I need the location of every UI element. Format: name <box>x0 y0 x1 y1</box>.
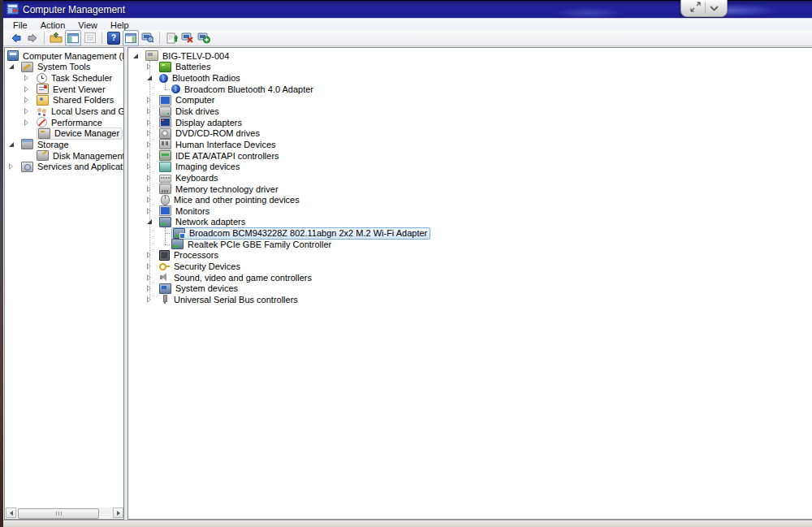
tree-item-label: Services and Applications <box>36 162 124 171</box>
toolbar-separator <box>44 32 45 44</box>
tree-item-disk-management[interactable]: Disk Management <box>5 150 123 162</box>
tree-branch-connector <box>164 227 171 239</box>
expander-expanded-icon[interactable] <box>145 218 153 226</box>
tree-item-mice[interactable]: Mice and other pointing devices <box>128 194 812 205</box>
tree-item-event-viewer[interactable]: Event Viewer <box>5 84 123 95</box>
scroll-right-button[interactable] <box>113 508 123 518</box>
tree-item-imaging-devices[interactable]: Imaging devices <box>128 161 812 172</box>
tree-item-memory-technology[interactable]: Memory technology driver <box>128 184 812 195</box>
expand-arrows-icon[interactable] <box>689 1 702 16</box>
expander-collapsed-icon[interactable] <box>145 162 153 171</box>
menu-view[interactable]: View <box>71 19 104 31</box>
usb-icon <box>159 295 170 304</box>
scrollbar-track[interactable] <box>16 508 113 518</box>
back-button[interactable] <box>9 31 24 45</box>
tree-item-task-scheduler[interactable]: Task Scheduler <box>5 72 123 84</box>
tree-item-system-tools[interactable]: System Tools <box>5 62 123 73</box>
task-scheduler-icon <box>37 73 47 84</box>
tree-item-computer-category[interactable]: Computer <box>128 95 812 106</box>
tree-item-processors[interactable]: Processors <box>128 250 812 261</box>
tree-item-dvd-cdrom[interactable]: DVD/CD-ROM drives <box>128 127 812 139</box>
ide-controller-icon <box>159 150 171 161</box>
tree-item-bluetooth-radios[interactable]: Bluetooth Radios <box>128 72 812 84</box>
expander-expanded-icon[interactable] <box>132 52 140 60</box>
tree-item-display-adapters[interactable]: Display adapters <box>128 117 812 128</box>
up-level-button[interactable] <box>49 31 63 45</box>
expander-collapsed-icon[interactable] <box>145 107 153 115</box>
tree-item-label: Imaging devices <box>174 162 242 171</box>
scan-hardware-changes-button[interactable] <box>197 31 211 45</box>
expander-collapsed-icon[interactable] <box>145 274 153 282</box>
expander-expanded-icon[interactable] <box>7 63 15 71</box>
expander-collapsed-icon[interactable] <box>145 63 153 71</box>
expander-collapsed-icon[interactable] <box>145 129 153 137</box>
expander-collapsed-icon[interactable] <box>145 251 153 259</box>
update-driver-button[interactable] <box>164 31 179 45</box>
expander-collapsed-icon[interactable] <box>145 262 153 270</box>
tree-item-shared-folders[interactable]: Shared Folders <box>5 95 123 106</box>
console-tree-toggle-button[interactable] <box>65 30 81 46</box>
action-pane-toggle-button[interactable] <box>123 30 139 46</box>
expander-expanded-icon[interactable] <box>7 140 15 149</box>
tree-item-human-interface-devices[interactable]: Human Interface Devices <box>128 139 812 150</box>
expander-collapsed-icon[interactable] <box>145 119 153 127</box>
tree-item-label: Keyboards <box>174 173 220 183</box>
expander-collapsed-icon[interactable] <box>145 196 153 204</box>
menu-help[interactable]: Help <box>104 19 136 31</box>
expander-collapsed-icon[interactable] <box>23 107 31 115</box>
expander-collapsed-icon[interactable] <box>145 284 153 292</box>
tree-item-disk-drives[interactable]: Disk drives <box>128 106 812 117</box>
expander-collapsed-icon[interactable] <box>23 85 31 93</box>
tree-item-realtek-controller[interactable]: Realtek PCIe GBE Family Controller <box>128 239 812 250</box>
tree-item-computer-name[interactable]: BIG-TELV-D-004 <box>128 50 812 62</box>
forward-button[interactable] <box>25 31 40 45</box>
tree-item-label: Computer Management (Local) <box>21 51 124 61</box>
expander-collapsed-icon[interactable] <box>145 96 153 104</box>
expander-collapsed-icon[interactable] <box>23 96 31 104</box>
tree-item-network-adapters[interactable]: Network adapters <box>128 217 812 228</box>
tree-item-system-devices[interactable]: System devices <box>128 283 812 294</box>
expander-collapsed-icon[interactable] <box>145 296 153 304</box>
uninstall-device-button[interactable] <box>180 31 195 45</box>
tree-item-label: Event Viewer <box>51 84 107 94</box>
help-button[interactable]: ? <box>106 31 121 45</box>
tree-item-local-users-groups[interactable]: Local Users and Groups <box>5 106 123 117</box>
scrollbar-thumb[interactable] <box>18 508 99 519</box>
tree-item-broadcom-bluetooth[interactable]: Broadcom Bluetooth 4.0 Adapter <box>128 84 812 95</box>
expander-collapsed-icon[interactable] <box>23 74 31 82</box>
imaging-device-icon <box>159 162 171 172</box>
tree-item-sound-controllers[interactable]: Sound, video and game controllers <box>128 272 812 283</box>
tree-item-storage[interactable]: Storage <box>5 139 123 150</box>
battery-icon <box>159 62 171 72</box>
expander-expanded-icon[interactable] <box>145 74 153 82</box>
thumb-grip <box>61 512 62 516</box>
tree-item-keyboards[interactable]: Keyboards <box>128 172 812 184</box>
properties-button[interactable] <box>83 31 97 45</box>
expander-collapsed-icon[interactable] <box>145 207 153 215</box>
left-arrow-icon <box>10 511 13 516</box>
tree-item-computer-management[interactable]: Computer Management (Local) <box>5 50 123 62</box>
tree-item-performance[interactable]: Performance <box>5 117 123 128</box>
expander-collapsed-icon[interactable] <box>7 162 15 171</box>
tree-item-monitors[interactable]: Monitors <box>128 205 812 217</box>
tree-item-broadcom-wifi-adapter[interactable]: Broadcom BCM943228Z 802.11abgn 2x2 M.2 W… <box>128 227 812 239</box>
expander-collapsed-icon[interactable] <box>23 119 31 127</box>
toolbar: ? <box>3 30 812 46</box>
tree-item-batteries[interactable]: Batteries <box>128 62 812 73</box>
horizontal-scrollbar[interactable] <box>6 508 123 518</box>
menu-action[interactable]: Action <box>34 19 72 31</box>
tree-item-label: System Tools <box>36 62 92 71</box>
scroll-left-button[interactable] <box>6 508 16 518</box>
scan-computer-button[interactable] <box>140 31 155 45</box>
expander-collapsed-icon[interactable] <box>145 140 153 149</box>
tree-item-device-manager[interactable]: Device Manager <box>5 127 123 139</box>
menu-file[interactable]: File <box>6 19 34 31</box>
tree-item-ide-controllers[interactable]: IDE ATA/ATAPI controllers <box>128 150 812 162</box>
expander-collapsed-icon[interactable] <box>145 185 153 193</box>
expander-collapsed-icon[interactable] <box>145 152 153 160</box>
tree-item-security-devices[interactable]: Security Devices <box>128 261 812 272</box>
expander-collapsed-icon[interactable] <box>145 174 153 182</box>
tree-item-usb-controllers[interactable]: Universal Serial Bus controllers <box>128 294 812 305</box>
tree-item-services-applications[interactable]: Services and Applications <box>5 161 123 172</box>
chevron-down-icon[interactable] <box>709 1 719 15</box>
